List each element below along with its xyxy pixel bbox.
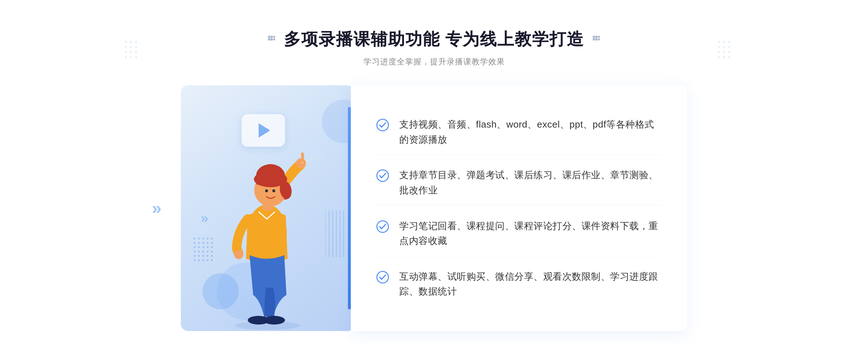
main-title: 多项录播课辅助功能 专为线上教学打造 — [284, 28, 584, 51]
right-panel: 支持视频、音频、flash、word、excel、ppt、pdf等各种格式的资源… — [351, 85, 687, 331]
svg-point-42 — [198, 242, 200, 244]
svg-point-84 — [377, 119, 388, 131]
svg-point-19 — [723, 51, 725, 53]
svg-point-5 — [135, 46, 137, 48]
svg-point-64 — [207, 259, 209, 261]
subtitle: 学习进度全掌握，提升录播课教学效果 — [363, 56, 505, 67]
svg-point-55 — [211, 251, 213, 253]
check-circle-icon-2 — [376, 169, 389, 182]
svg-point-77 — [265, 189, 268, 192]
svg-point-30 — [593, 36, 595, 38]
svg-point-31 — [593, 38, 595, 41]
svg-point-35 — [598, 38, 600, 40]
svg-point-2 — [135, 41, 137, 43]
svg-point-21 — [718, 56, 720, 58]
header-section: 多项录播课辅助功能 专为线上教学打造 学习进度全掌握，提升录播课教学效果 — [267, 28, 602, 67]
check-circle-icon-1 — [376, 119, 389, 132]
svg-point-47 — [198, 246, 200, 248]
chevron-left-deco: » — [152, 199, 162, 217]
feature-item-1: 支持视频、音频、flash、word、excel、ppt、pdf等各种格式的资源… — [376, 110, 662, 155]
svg-point-80 — [234, 250, 243, 259]
illustration-card: » — [181, 85, 354, 331]
svg-point-0 — [125, 41, 127, 43]
svg-point-9 — [125, 56, 127, 58]
svg-point-28 — [273, 36, 275, 38]
feature-text-2: 支持章节目录、弹题考试、课后练习、课后作业、章节测验、批改作业 — [399, 168, 662, 198]
svg-point-18 — [718, 51, 720, 53]
feature-text-3: 学习笔记回看、课程提问、课程评论打分、课件资料下载，重点内容收藏 — [399, 219, 662, 249]
svg-point-36 — [194, 238, 196, 240]
svg-point-12 — [718, 41, 720, 43]
play-icon — [259, 123, 270, 138]
svg-point-11 — [135, 56, 137, 58]
svg-point-63 — [203, 259, 204, 261]
svg-rect-83 — [263, 204, 273, 210]
svg-point-27 — [270, 38, 273, 41]
svg-point-54 — [207, 251, 209, 253]
svg-point-57 — [198, 255, 200, 257]
svg-point-26 — [270, 36, 273, 38]
feature-item-3: 学习笔记回看、课程提问、课程评论打分、课件资料下载，重点内容收藏 — [376, 211, 662, 256]
svg-point-7 — [130, 51, 132, 53]
check-circle-icon-4 — [376, 271, 389, 284]
svg-point-56 — [194, 255, 196, 257]
right-decorator — [591, 34, 601, 44]
svg-point-46 — [194, 246, 196, 248]
svg-point-60 — [211, 255, 213, 257]
svg-point-43 — [203, 242, 204, 244]
svg-point-14 — [728, 41, 730, 43]
svg-point-59 — [207, 255, 209, 257]
dot-grid-right — [716, 39, 745, 68]
svg-point-58 — [203, 255, 204, 257]
page-wrapper: 多项录播课辅助功能 专为线上教学打造 学习进度全掌握，提升录播课教学效果 » — [0, 7, 868, 345]
svg-point-10 — [130, 56, 132, 58]
svg-point-65 — [211, 259, 213, 261]
dot-grid-left — [123, 39, 152, 68]
svg-point-1 — [130, 41, 132, 43]
svg-point-32 — [595, 36, 598, 38]
svg-point-78 — [272, 189, 275, 192]
play-bubble — [242, 114, 285, 147]
svg-point-24 — [268, 36, 270, 38]
check-circle-icon-3 — [376, 220, 389, 233]
left-decorator — [267, 34, 277, 44]
svg-point-52 — [198, 251, 200, 253]
svg-point-16 — [723, 46, 725, 48]
feature-text-4: 互动弹幕、试听购买、微信分享、观看次数限制、学习进度跟踪、数据统计 — [399, 269, 662, 299]
svg-point-53 — [203, 251, 204, 253]
content-area: » — [181, 85, 687, 331]
svg-point-40 — [211, 238, 213, 240]
svg-point-86 — [377, 221, 388, 232]
svg-point-25 — [268, 38, 270, 41]
svg-point-49 — [207, 246, 209, 248]
accent-bar — [348, 107, 351, 309]
svg-point-33 — [595, 38, 598, 41]
feature-item-2: 支持章节目录、弹题考试、课后练习、课后作业、章节测验、批改作业 — [376, 160, 662, 205]
svg-point-29 — [273, 38, 275, 40]
svg-point-17 — [728, 46, 730, 48]
svg-point-38 — [203, 238, 204, 240]
feature-text-1: 支持视频、音频、flash、word、excel、ppt、pdf等各种格式的资源… — [399, 117, 662, 147]
svg-point-20 — [728, 51, 730, 53]
svg-point-37 — [198, 238, 200, 240]
svg-point-44 — [207, 242, 209, 244]
svg-point-41 — [194, 242, 196, 244]
svg-point-8 — [135, 51, 137, 53]
svg-point-34 — [598, 36, 600, 38]
person-figure — [213, 143, 322, 331]
double-chevron-deco: » — [201, 211, 208, 226]
stripe-deco — [326, 210, 347, 259]
svg-point-4 — [130, 46, 132, 48]
svg-point-22 — [723, 56, 725, 58]
svg-point-23 — [728, 56, 730, 58]
svg-point-62 — [198, 259, 200, 261]
svg-point-85 — [377, 170, 388, 181]
svg-point-50 — [211, 246, 213, 248]
svg-point-82 — [263, 316, 285, 325]
svg-point-13 — [723, 41, 725, 43]
svg-point-87 — [377, 271, 388, 283]
svg-point-48 — [203, 246, 204, 248]
svg-point-6 — [125, 51, 127, 53]
svg-point-15 — [718, 46, 720, 48]
svg-point-39 — [207, 238, 209, 240]
